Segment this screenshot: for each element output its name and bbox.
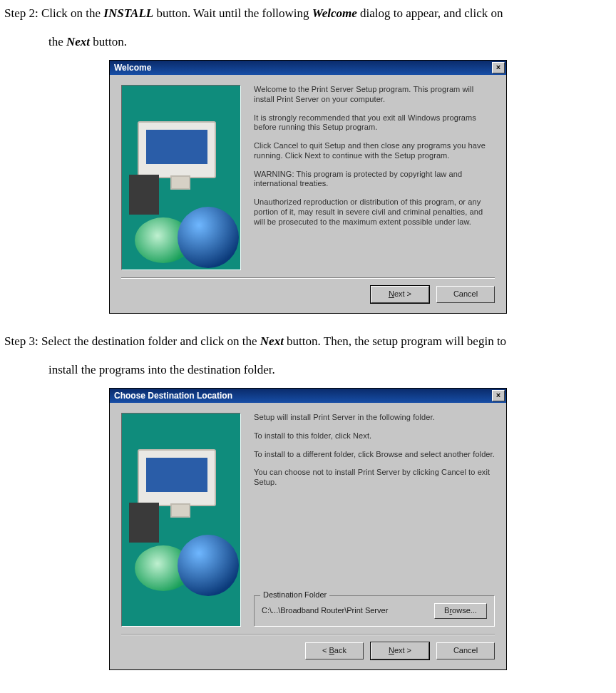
welcome-p3: Click Cancel to quit Setup and then clos… <box>254 141 495 161</box>
step2-t-d: the <box>48 35 66 48</box>
welcome-p4: WARNING: This program is protected by co… <box>254 170 495 190</box>
step3-t-b: button. Then, the setup program will beg… <box>284 334 506 348</box>
close-icon[interactable]: × <box>492 390 505 401</box>
destination-titlebar[interactable]: Choose Destination Location × <box>110 389 506 403</box>
step2-bold-install: INSTALL <box>103 6 153 20</box>
destination-path: C:\...\Broadband Router\Print Server <box>262 606 428 616</box>
step3-bold-next: Next <box>260 334 284 348</box>
step2-t-e: button. <box>90 35 127 48</box>
welcome-p1: Welcome to the Print Server Setup progra… <box>254 85 495 105</box>
dest-p1: Setup will install Print Server in the f… <box>254 413 495 423</box>
step3-label: Step 3: <box>4 334 38 348</box>
step2-t-c: dialog to appear, and click on <box>357 6 503 20</box>
cancel-button[interactable]: Cancel <box>436 642 495 659</box>
browse-button[interactable]: Browse... <box>434 603 487 619</box>
next-button[interactable]: Next > <box>371 642 429 659</box>
dest-p2: To install to this folder, click Next. <box>254 431 495 441</box>
welcome-titlebar[interactable]: Welcome × <box>110 61 506 75</box>
step2-t-a: Click on the <box>41 6 103 20</box>
step3-line1: Step 3: Select the destination folder an… <box>4 329 612 354</box>
dest-p4: You can choose not to install Print Serv… <box>254 468 495 488</box>
step2-line1: Step 2: Click on the INSTALL button. Wai… <box>4 1 612 26</box>
next-button[interactable]: Next > <box>371 286 429 303</box>
step3-line2: install the programs into the destinatio… <box>4 358 612 382</box>
welcome-p2: It is strongly recommended that you exit… <box>254 113 495 133</box>
destination-dialog: Choose Destination Location × Setup will… <box>109 388 507 670</box>
setup-art-icon <box>121 85 241 270</box>
back-button[interactable]: < Back <box>305 642 364 659</box>
step3-t-c: install the programs into the destinatio… <box>48 358 612 382</box>
step2-line2: the Next button. <box>4 30 612 54</box>
welcome-dialog: Welcome × Welcome to the Print Server Se… <box>109 60 507 314</box>
step3-t-a: Select the destination folder and click … <box>41 334 260 348</box>
destination-folder-group: Destination Folder C:\...\Broadband Rout… <box>254 595 495 627</box>
step2-t-b: button. Wait until the following <box>153 6 312 20</box>
step2-bold-welcome: Welcome <box>312 6 357 20</box>
welcome-title: Welcome <box>114 63 151 73</box>
dest-p3: To install to a different folder, click … <box>254 450 495 460</box>
setup-art-icon <box>121 413 241 627</box>
welcome-p5: Unauthorized reproduction or distributio… <box>254 197 495 227</box>
close-icon[interactable]: × <box>492 62 505 73</box>
cancel-button[interactable]: Cancel <box>436 286 495 303</box>
step2-bold-next: Next <box>66 35 90 48</box>
destination-legend: Destination Folder <box>260 590 329 600</box>
step2-label: Step 2: <box>4 6 38 20</box>
destination-title: Choose Destination Location <box>114 391 232 401</box>
